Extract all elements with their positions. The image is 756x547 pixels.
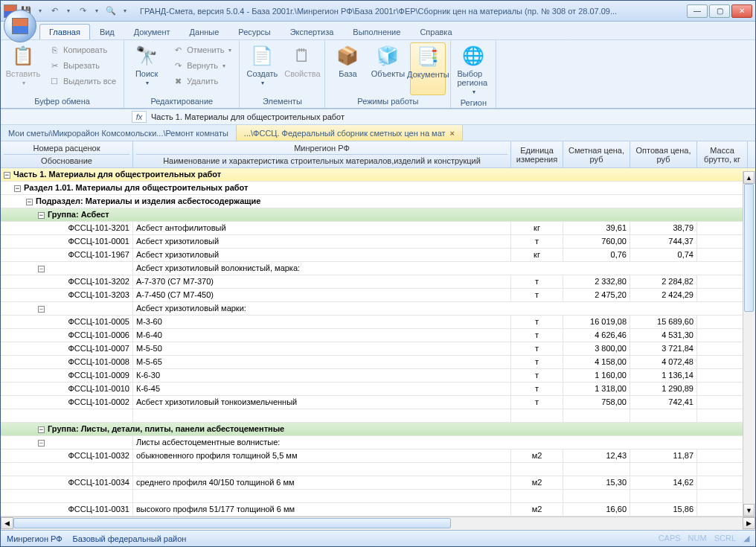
- scroll-track[interactable]: [13, 517, 743, 530]
- table-row[interactable]: ФССЦ-101-0034среднего профиля 40/150 тол…: [1, 476, 755, 490]
- header-unit[interactable]: Единица измерения: [511, 141, 563, 167]
- table-row[interactable]: −Асбест хризотиловый марки:: [1, 302, 755, 316]
- documents-button[interactable]: 📑 Документы: [410, 42, 446, 95]
- table-row[interactable]: ФССЦ-101-3201Асбест антофилитовыйкг39,61…: [1, 222, 755, 235]
- cut-button[interactable]: ✂Вырезать: [45, 58, 119, 73]
- table-row[interactable]: −Подраздел: Материалы и изделия асбестос…: [1, 195, 755, 208]
- maximize-button[interactable]: ▢: [709, 4, 730, 18]
- chevron-down-icon[interactable]: ▾: [34, 5, 46, 17]
- scroll-track[interactable]: [743, 184, 755, 504]
- fx-icon[interactable]: fx: [132, 111, 147, 123]
- selectall-button[interactable]: ☐Выделить все: [45, 74, 119, 89]
- table-row[interactable]: ФССЦ-101-0001Асбест хризотиловыйт760,007…: [1, 235, 755, 249]
- close-tab-icon[interactable]: ×: [450, 129, 455, 138]
- cell-name: Асбест хризотиловый тонкоизмельченный: [133, 396, 511, 409]
- chevron-down-icon[interactable]: ▾: [63, 5, 74, 17]
- collapse-icon[interactable]: −: [38, 440, 45, 447]
- tab-main[interactable]: Главная: [39, 24, 90, 39]
- table-row[interactable]: ФССЦ-101-0007М-5-50т3 800,003 721,84: [1, 342, 755, 356]
- chevron-down-icon[interactable]: ▾: [119, 5, 131, 17]
- objects-icon: 🧊: [376, 44, 400, 68]
- table-row[interactable]: −Листы асбестоцементные волнистые:: [1, 436, 755, 450]
- find-button[interactable]: 🔭 Поиск ▾: [129, 42, 164, 95]
- formula-input[interactable]: [151, 112, 751, 121]
- tab-expertise[interactable]: Экспертиза: [281, 24, 344, 39]
- table-row[interactable]: ФССЦ-101-0031высокого профиля 51/177 тол…: [1, 503, 755, 516]
- create-button[interactable]: 📄 Создать ▾: [244, 42, 280, 95]
- scroll-thumb[interactable]: [744, 184, 754, 312]
- qat-redo-icon[interactable]: ↷: [77, 5, 89, 17]
- cell-mass: [697, 222, 748, 234]
- collapse-icon[interactable]: −: [26, 199, 33, 205]
- tab-resources[interactable]: Ресурсы: [228, 24, 280, 39]
- tab-document[interactable]: Документ: [124, 24, 180, 39]
- collapse-icon[interactable]: −: [14, 185, 21, 192]
- close-button[interactable]: ✕: [731, 4, 752, 18]
- cell-price1: 12,43: [563, 450, 630, 462]
- tab-help[interactable]: Справка: [410, 24, 461, 39]
- delete-button[interactable]: ✖Удалить: [169, 74, 234, 89]
- collapse-icon[interactable]: −: [38, 306, 45, 313]
- horizontal-scrollbar[interactable]: ◀ ▶: [1, 516, 755, 530]
- scroll-down-icon[interactable]: ▼: [743, 504, 755, 516]
- table-row[interactable]: ФССЦ-101-3202А-7-370 (С7 М7-370)т2 332,8…: [1, 275, 755, 289]
- collapse-icon[interactable]: −: [38, 212, 45, 219]
- header-name[interactable]: Минрегион РФ Наименование и характеристи…: [133, 141, 511, 167]
- doc-tab[interactable]: Мои сметы\Микрорайон Комсомольски...\Рем…: [1, 125, 237, 141]
- table-row[interactable]: [1, 490, 755, 503]
- table-row[interactable]: ФССЦ-101-0008М-5-65т4 158,004 072,48: [1, 356, 755, 369]
- scroll-thumb[interactable]: [13, 518, 451, 528]
- table-row[interactable]: −Раздел 1.01. Материалы для общестроител…: [1, 182, 755, 195]
- copy-button[interactable]: ⎘Копировать: [45, 42, 119, 57]
- qat-undo-icon[interactable]: ↶: [48, 5, 60, 17]
- undo-button[interactable]: ↶Отменить▾: [169, 42, 234, 57]
- table-row[interactable]: ФССЦ-101-3203А-7-450 (С7 М7-450)т2 475,2…: [1, 289, 755, 302]
- table-row[interactable]: −Асбест хризотиловый волокнистый, марка:: [1, 262, 755, 275]
- redo-button[interactable]: ↷Вернуть▾: [169, 58, 234, 73]
- qat-find-icon[interactable]: 🔍: [105, 5, 117, 17]
- grid-body[interactable]: −Часть 1. Материалы для общестроительных…: [1, 168, 755, 516]
- header-mass[interactable]: Масса брутто, кг: [697, 141, 748, 167]
- tab-view[interactable]: Вид: [90, 24, 124, 39]
- cell-name: Асбест антофилитовый: [133, 222, 511, 234]
- table-row[interactable]: ФССЦ-101-0006М-6-40т4 626,464 531,30: [1, 329, 755, 342]
- paste-button[interactable]: 📋 Вставить ▾: [5, 42, 41, 95]
- tab-data[interactable]: Данные: [180, 24, 229, 39]
- minimize-button[interactable]: —: [687, 4, 708, 18]
- header-price1[interactable]: Сметная цена, руб: [563, 141, 630, 167]
- collapse-icon[interactable]: −: [38, 426, 45, 433]
- objects-button[interactable]: 🧊 Объекты: [370, 42, 406, 95]
- table-row[interactable]: ФССЦ-101-1967Асбест хризотиловыйкг0,760,…: [1, 249, 755, 262]
- table-row[interactable]: ФССЦ-101-0009К-6-30т1 160,001 136,14: [1, 369, 755, 383]
- collapse-icon[interactable]: −: [38, 266, 45, 272]
- table-row[interactable]: ФССЦ-101-0010К-6-45т1 318,001 290,89: [1, 383, 755, 396]
- resize-grip-icon[interactable]: ◢: [743, 534, 749, 543]
- collapse-icon[interactable]: −: [4, 172, 10, 179]
- region-button[interactable]: 🌐 Выбор региона ▾: [455, 42, 491, 97]
- cell-price1: 2 332,80: [563, 275, 630, 288]
- table-row[interactable]: [1, 409, 755, 423]
- cell-price2: 11,87: [630, 450, 697, 462]
- base-button[interactable]: 📦 База: [330, 42, 365, 95]
- table-row[interactable]: −Группа: Асбест: [1, 208, 755, 222]
- table-row[interactable]: ФССЦ-101-0002Асбест хризотиловый тонкоиз…: [1, 396, 755, 409]
- properties-button[interactable]: 🗒 Свойства: [284, 42, 320, 95]
- table-row[interactable]: ФССЦ-101-0032обыкновенного профиля толщи…: [1, 450, 755, 463]
- vertical-scrollbar[interactable]: ▲ ▼: [743, 171, 755, 516]
- cell-name: Асбест хризотиловый: [133, 235, 511, 248]
- header-code[interactable]: Номера расценок Обоснование: [1, 141, 133, 167]
- cell-name: среднего профиля 40/150 толщиной 6 мм: [133, 476, 511, 489]
- doc-tab[interactable]: ...\ФССЦ. Федеральный сборник сметных це…: [237, 125, 463, 141]
- tab-execution[interactable]: Выполнение: [343, 24, 410, 39]
- table-row[interactable]: −Группа: Листы, детали, плиты, панели ас…: [1, 423, 755, 436]
- app-orb-button[interactable]: [4, 10, 36, 42]
- scroll-left-icon[interactable]: ◀: [1, 517, 13, 529]
- scroll-right-icon[interactable]: ▶: [743, 517, 755, 529]
- table-row[interactable]: −Часть 1. Материалы для общестроительных…: [1, 168, 755, 182]
- cell-code: ФССЦ-101-0006: [1, 329, 133, 342]
- header-price2[interactable]: Оптовая цена, руб: [630, 141, 697, 167]
- table-row[interactable]: ФССЦ-101-0005М-3-60т16 019,0815 689,60: [1, 316, 755, 329]
- scroll-up-icon[interactable]: ▲: [743, 171, 755, 184]
- chevron-down-icon[interactable]: ▾: [91, 5, 103, 17]
- table-row[interactable]: [1, 463, 755, 476]
